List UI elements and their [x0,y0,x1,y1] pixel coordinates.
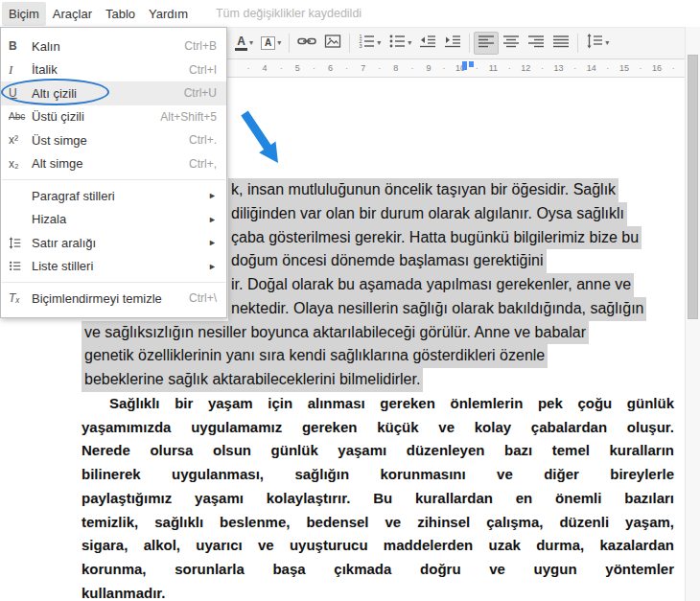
menu-item-subscript[interactable]: x₂ Alt simge Ctrl+, [1,152,226,176]
caret-down-icon: ▾ [408,39,411,47]
vertical-scrollbar[interactable] [685,27,700,601]
menu-item-label: Üst simge [32,133,181,148]
align-right-button[interactable] [524,32,548,55]
text-line: sigara, alkol, uyarıcı ve uyuşturucu mad… [82,534,674,558]
menu-item-shortcut: Ctrl+I [189,63,217,77]
menubar: Biçim Araçlar Tablo Yardım Tüm değişikli… [0,0,700,27]
menu-item-bold[interactable]: B Kalın Ctrl+B [1,35,226,58]
menu-table[interactable]: Tablo [99,2,142,26]
menu-item-label: Altı çizili [32,86,176,101]
insert-image-button[interactable] [320,32,345,55]
menu-item-clear-formatting[interactable]: Tₓ Biçimlendirmeyi temizle Ctrl+\ [1,287,226,311]
superscript-icon: x² [9,133,32,147]
align-center-button[interactable] [499,32,524,55]
menu-item-label: Paragraf stilleri [32,189,200,203]
ruler-number: 4 [241,59,273,77]
text-color-button[interactable]: A ▾ [231,32,257,55]
toolbar-separator [469,34,470,53]
menu-item-shortcut: Ctrl+\ [189,291,217,305]
paragraph-1-visible: ve sağlıksızlığın nesiller boyunca aktar… [82,321,589,392]
line-spacing-icon [586,33,603,54]
menu-item-label: Hizala [32,212,200,226]
menu-item-strikethrough[interactable]: Abc Üstü çizili Alt+Shift+5 [1,105,226,129]
highlight-color-button[interactable]: A ▾ [257,32,285,55]
menu-item-underline[interactable]: U Altı çizili Ctrl+U [1,81,226,105]
text-line: Nerede olursa olsun günlük yaşamı düzenl… [82,439,674,463]
menu-help[interactable]: Yardım [142,2,195,26]
insert-link-button[interactable] [293,32,320,55]
line-spacing-icon [9,237,32,249]
text-line: temizlik, sağlıklı beslenme, bedensel ve… [82,511,674,535]
indent-marker[interactable] [462,61,467,70]
strikethrough-icon: Abc [9,111,32,122]
list-styles-icon [9,260,32,272]
toolbar-separator [577,34,578,53]
line-spacing-button[interactable]: ▾ [582,32,613,55]
selected-text-line: ir. Doğal olarak bu aşamada yapılması ge… [228,273,634,297]
menu-item-label: Biçimlendirmeyi temizle [32,291,181,306]
menu-item-label: Kalın [32,39,176,54]
caret-down-icon: ▾ [377,39,381,47]
decrease-indent-icon [419,33,436,54]
decrease-indent-button[interactable] [415,32,440,55]
menu-item-align[interactable]: Hizala ► [1,208,226,232]
menu-item-label: Satır aralığı [32,236,200,250]
menu-item-list-styles[interactable]: Liste stilleri ► [1,255,226,279]
ruler-number: 17 [666,59,685,77]
google-docs-window: Biçim Araçlar Tablo Yardım Tüm değişikli… [0,0,700,601]
selected-text-line: bebeklerine sağlık aktarabileceklerini b… [82,368,423,392]
align-justify-button[interactable] [548,32,573,55]
selected-text-line: k, insan mutluluğunun öncelik taşıyan bi… [228,178,618,202]
align-left-icon [478,33,495,54]
menu-separator [2,282,225,283]
image-icon [324,33,341,54]
save-status: Tüm değişiklikler kaydedildi [216,7,362,20]
menu-tools[interactable]: Araçlar [46,2,99,26]
increase-indent-button[interactable] [440,32,465,55]
underline-icon: U [9,86,32,100]
align-left-button[interactable] [474,32,499,55]
highlight-color-icon: A [261,36,275,50]
submenu-arrow-icon: ► [208,215,217,224]
numbered-list-icon: 123 [358,33,375,54]
menu-item-paragraph-styles[interactable]: Paragraf stilleri ► [1,184,226,208]
selected-text-line: diliğinden var olan bir durum olarak alg… [228,202,627,226]
menu-item-label: Alt simge [32,156,181,171]
ruler-number: 12 [503,59,536,77]
bold-icon: B [9,39,32,53]
increase-indent-icon [444,33,461,54]
text-line: korunma, sorunlarla başa çıkmada doğru v… [82,558,674,582]
selected-text-line: çaba gösterilmesi gerekir. Hatta bugünkü… [228,226,642,250]
numbered-list-button[interactable]: 123 ▾ [354,32,385,55]
indent-marker[interactable] [469,61,474,67]
menu-item-shortcut: Alt+Shift+5 [160,110,217,124]
menu-item-superscript[interactable]: x² Üst simge Ctrl+. [1,128,226,152]
selected-text-line: genetik özelliklerinin yanı sıra kendi s… [82,344,548,368]
selected-text-line: nektedir. Olaya nesillerin sağlığı olara… [228,297,646,321]
caret-down-icon: ▾ [605,39,609,47]
text-line: bilinerek uygulanması, sağlığın korunmas… [82,463,674,487]
menu-format[interactable]: Biçim [2,2,46,26]
submenu-arrow-icon: ► [208,238,217,247]
menu-item-label: Liste stilleri [32,259,200,273]
menu-item-label: Üstü çizili [32,109,152,124]
caret-down-icon: ▾ [249,39,253,47]
bulleted-list-button[interactable]: ▾ [385,32,415,55]
ruler-number: 8 [372,59,405,77]
text-color-bar [235,48,247,51]
text-line: yaşamımızda uygulamamız gereken küçük ve… [82,416,674,440]
toolbar-separator [349,34,350,53]
menu-item-italic[interactable]: I İtalik Ctrl+I [1,58,226,82]
text-line: Sağlıklı bir yaşam için alınması gereken… [82,392,674,416]
format-dropdown-menu: B Kalın Ctrl+B I İtalik Ctrl+I U Altı çi… [0,27,227,318]
ruler-number: 16 [634,59,666,77]
menu-item-line-spacing[interactable]: Satır aralığı ► [1,231,226,255]
svg-text:3: 3 [360,43,362,49]
caret-down-icon: ▾ [277,39,281,47]
paragraph-1-occluded: k, insan mutluluğunun öncelik taşıyan bi… [228,178,646,321]
align-center-icon [502,33,520,54]
scrollbar-thumb[interactable] [688,55,698,319]
clear-formatting-icon: Tₓ [9,291,32,305]
menu-separator [2,179,225,180]
ruler-number: 15 [601,59,634,77]
